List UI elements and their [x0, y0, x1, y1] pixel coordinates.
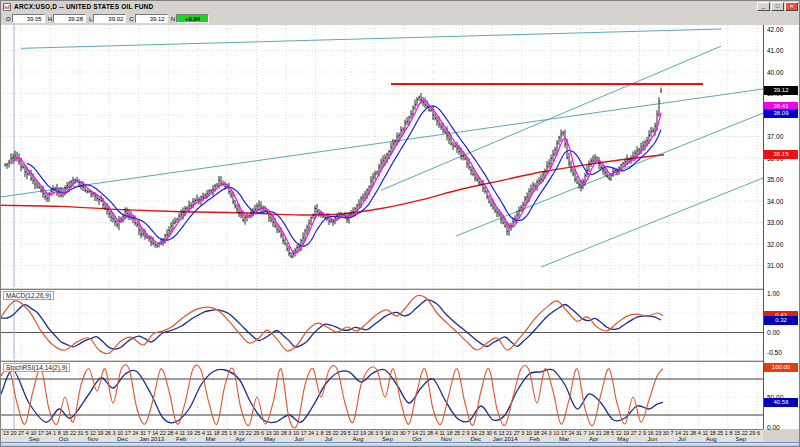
stoch-pane-label: StochRSI(14,14(2),9) — [3, 363, 70, 372]
quote-field-label: C — [129, 16, 133, 22]
stoch-pane[interactable] — [1, 362, 763, 429]
quote-field-value: 39.02 — [93, 14, 126, 23]
ma-mid-line — [27, 106, 661, 246]
quote-field-label: H — [48, 16, 52, 22]
axis-tick: 1.00 — [767, 290, 780, 297]
ma-fast-line — [13, 101, 661, 253]
trendline[interactable] — [456, 113, 763, 236]
close-button[interactable]: × — [785, 2, 798, 11]
chart-app-icon — [3, 3, 11, 11]
axis-tick: 31.00 — [767, 262, 783, 269]
macd-signal-line — [1, 300, 661, 349]
price-axis[interactable]: 42.0041.0040.0039.0038.0037.0036.0035.00… — [763, 25, 799, 429]
trendline[interactable] — [21, 29, 721, 48]
quote-field-value: 39.05 — [12, 14, 45, 23]
axis-tick: 35.00 — [767, 176, 783, 183]
chart-window: ARCX:USO,D -- UNITED STATES OIL FUND _ □… — [0, 0, 800, 447]
axis-tick: 33.00 — [767, 219, 783, 226]
main-price-chart[interactable] — [1, 25, 763, 288]
axis-tick: 37.00 — [767, 133, 783, 140]
axis-tick: 41.00 — [767, 47, 783, 54]
axis-tick: -0.50 — [767, 349, 782, 356]
macd-pane[interactable] — [1, 290, 763, 359]
stoch-fast-line — [1, 365, 663, 428]
axis-price-box: 36.15 — [764, 150, 798, 159]
axis-price-box: 0.32 — [764, 316, 798, 325]
h-scrollbar[interactable] — [1, 442, 799, 447]
axis-price-box: 40.56 — [764, 398, 798, 407]
axis-tick: 32.00 — [767, 241, 783, 248]
maximize-button[interactable]: □ — [771, 2, 784, 11]
quote-field-label: L — [89, 16, 92, 22]
window-title: ARCX:USO,D -- UNITED STATES OIL FUND — [14, 3, 756, 10]
axis-price-box: 39.12 — [764, 86, 798, 95]
axis-tick: 40.00 — [767, 69, 783, 76]
quote-field-value: 39.12 — [135, 14, 168, 23]
quote-bar: O39.05H39.28L39.02C39.12N+0.04 — [1, 12, 799, 25]
date-axis[interactable]: 1320274101724181522315121926310172431714… — [1, 429, 763, 442]
titlebar[interactable]: ARCX:USO,D -- UNITED STATES OIL FUND _ □… — [1, 1, 799, 12]
quote-change-label: N — [171, 16, 175, 22]
axis-tick: 34.00 — [767, 198, 783, 205]
axis-price-box: 100.00 — [764, 363, 798, 372]
axis-tick: 42.00 — [767, 26, 783, 33]
quote-change-value: +0.04 — [176, 14, 209, 23]
quote-field-value: 39.28 — [53, 14, 86, 23]
macd-pane-label: MACD(12,26,9) — [3, 291, 54, 300]
axis-tick: 0.00 — [767, 424, 780, 431]
ma-long-line — [1, 155, 664, 215]
minimize-button[interactable]: _ — [757, 2, 770, 11]
axis-tick: 0.00 — [767, 329, 780, 336]
quote-field-label: O — [6, 16, 11, 22]
axis-price-box: 38.09 — [764, 109, 798, 118]
